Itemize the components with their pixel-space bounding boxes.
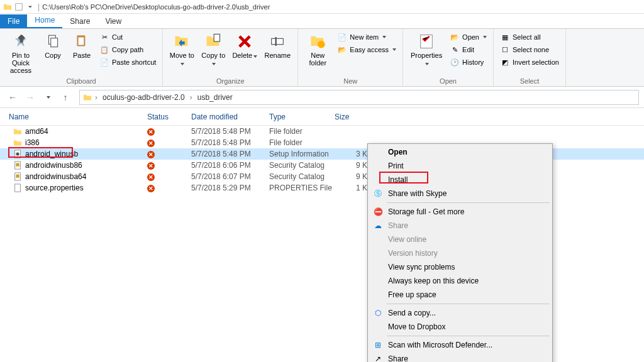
select-none-button[interactable]: ☐Select none — [499, 44, 560, 55]
sync-error-icon: ✕ — [147, 151, 155, 158]
properties-button[interactable]: Properties — [408, 31, 445, 67]
new-folder-icon — [308, 31, 328, 52]
back-button[interactable]: ← — [5, 90, 20, 105]
new-item-button[interactable]: 📄New item — [336, 31, 397, 43]
ctx-separator — [387, 202, 550, 203]
select-all-icon: ▦ — [500, 32, 510, 42]
ctx-always-keep[interactable]: Always keep on this device — [369, 274, 551, 288]
file-date: 5/7/2018 6:06 PM — [191, 161, 269, 170]
easy-access-icon: 📂 — [337, 45, 347, 55]
col-name[interactable]: Name — [9, 112, 147, 121]
file-type: Security Catalog — [269, 172, 335, 181]
pin-quick-access-button[interactable]: Pin to Quick access — [5, 31, 36, 74]
tab-file[interactable]: File — [0, 14, 27, 28]
column-headers: Name Status Date modified Type Size — [0, 108, 644, 126]
ctx-install[interactable]: Install — [369, 173, 551, 187]
tab-view[interactable]: View — [97, 14, 129, 28]
pin-icon — [11, 31, 31, 52]
ctx-version-history[interactable]: Version history — [369, 246, 551, 260]
new-folder-button[interactable]: New folder — [303, 31, 332, 67]
ribbon-group-open: Properties 📂Open ✎Edit 🕑History Open — [403, 29, 494, 86]
rename-button[interactable]: Rename — [262, 31, 292, 59]
window-titlebar: | C:\Users\Rob's PC\OneDrive\Desktop\ocu… — [0, 0, 644, 14]
cut-button[interactable]: ✂Cut — [98, 31, 157, 43]
ribbon-group-new: New folder 📄New item 📂Easy access New — [298, 29, 403, 86]
ctx-print[interactable]: Print — [369, 159, 551, 173]
file-name: android_winusb — [25, 150, 78, 158]
folder-icon — [82, 92, 92, 102]
svg-point-7 — [318, 41, 325, 48]
ctx-move-dropbox[interactable]: Move to Dropbox — [369, 320, 551, 334]
file-size: 1 KB — [335, 184, 372, 192]
copy-button[interactable]: Copy — [40, 31, 65, 59]
ctx-storage-full[interactable]: ⛔Storage full - Get more — [369, 205, 551, 219]
ctx-share-onedrive[interactable]: ☁Share — [369, 219, 551, 233]
share-icon: ↗ — [373, 354, 383, 362]
file-size: 3 KB — [335, 150, 372, 158]
tab-home[interactable]: Home — [27, 13, 62, 28]
copy-path-button[interactable]: 📋Copy path — [98, 44, 157, 55]
edit-button[interactable]: ✎Edit — [448, 44, 488, 55]
file-date: 5/7/2018 5:29 PM — [191, 184, 269, 192]
tab-share[interactable]: Share — [62, 14, 97, 28]
sync-error-icon: ✕ — [147, 140, 155, 147]
ctx-open[interactable]: Open — [369, 145, 551, 159]
breadcrumb-item[interactable]: usb_driver — [195, 93, 235, 102]
file-row[interactable]: amd64✕5/7/2018 5:48 PMFile folder — [0, 126, 644, 137]
ctx-share[interactable]: ↗Share — [369, 352, 551, 362]
new-folder-label: New folder — [303, 52, 332, 67]
quickaccess-save-icon[interactable] — [14, 2, 24, 12]
address-bar[interactable]: › oculus-go-adb-driver-2.0 › usb_driver — [79, 90, 639, 105]
select-all-button[interactable]: ▦Select all — [499, 31, 560, 43]
col-size[interactable]: Size — [335, 112, 372, 121]
ctx-view-sync[interactable]: View sync problems — [369, 260, 551, 274]
copy-icon — [43, 31, 63, 52]
delete-button[interactable]: Delete — [231, 31, 258, 59]
file-date: 5/7/2018 5:48 PM — [191, 150, 269, 158]
file-name: androidwinusb86 — [25, 161, 82, 170]
properties-label: Properties — [408, 52, 445, 67]
copy-to-button[interactable]: Copy to — [199, 31, 227, 67]
cut-icon: ✂ — [99, 32, 109, 42]
file-icon — [13, 126, 23, 136]
breadcrumb-item[interactable]: oculus-go-adb-driver-2.0 — [100, 93, 187, 102]
window-title-path: C:\Users\Rob's PC\OneDrive\Desktop\oculu… — [42, 3, 270, 11]
col-status[interactable]: Status — [147, 112, 191, 121]
new-item-icon: 📄 — [337, 32, 347, 42]
paste-button[interactable]: Paste — [69, 31, 94, 59]
paste-shortcut-button[interactable]: 📄Paste shortcut — [98, 57, 157, 68]
ctx-free-space[interactable]: Free up space — [369, 288, 551, 302]
invert-selection-button[interactable]: ◩Invert selection — [499, 57, 560, 68]
file-date: 5/7/2018 6:07 PM — [191, 172, 269, 181]
move-to-button[interactable]: Move to — [168, 31, 196, 67]
easy-access-button[interactable]: 📂Easy access — [336, 44, 397, 55]
ribbon: Pin to Quick access Copy Paste ✂Cut 📋Cop… — [0, 29, 644, 87]
sync-error-icon: ✕ — [147, 162, 155, 170]
col-type[interactable]: Type — [269, 112, 335, 121]
history-button[interactable]: 🕑History — [448, 57, 488, 68]
copy-label: Copy — [45, 52, 61, 59]
file-icon — [13, 172, 23, 182]
ctx-separator — [387, 304, 550, 304]
titlebar-separator: | — [38, 3, 40, 11]
ctx-defender[interactable]: ⊞Scan with Microsoft Defender... — [369, 338, 551, 352]
col-date[interactable]: Date modified — [191, 112, 269, 121]
open-icon: 📂 — [450, 32, 460, 42]
open-button[interactable]: 📂Open — [448, 31, 488, 43]
no-entry-icon: ⛔ — [373, 207, 383, 217]
ctx-send-copy[interactable]: ⬡Send a copy... — [369, 306, 551, 320]
up-button[interactable]: ↑ — [58, 90, 73, 105]
svg-point-10 — [16, 152, 19, 155]
ctx-view-online[interactable]: View online — [369, 233, 551, 246]
recent-dropdown[interactable] — [40, 90, 55, 105]
forward-button[interactable]: → — [23, 90, 38, 105]
dropbox-icon: ⬡ — [373, 308, 383, 318]
rename-icon — [267, 31, 287, 52]
ribbon-group-clipboard: Pin to Quick access Copy Paste ✂Cut 📋Cop… — [0, 29, 163, 86]
ctx-share-skype[interactable]: ⓈShare with Skype — [369, 187, 551, 200]
invert-selection-icon: ◩ — [500, 57, 510, 67]
navigation-bar: ← → ↑ › oculus-go-adb-driver-2.0 › usb_d… — [0, 87, 644, 108]
quickaccess-dropdown-icon[interactable] — [25, 2, 35, 12]
clipboard-group-label: Clipboard — [5, 76, 157, 85]
move-to-label: Move to — [168, 52, 196, 67]
